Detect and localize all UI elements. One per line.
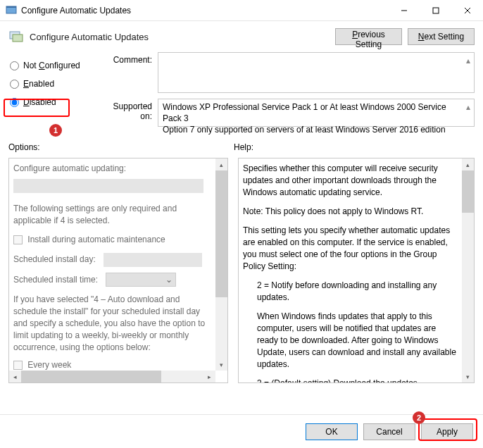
every-week-checkbox[interactable]	[13, 361, 23, 370]
cancel-button[interactable]: Cancel	[363, 423, 415, 440]
comment-input[interactable]: ▴	[158, 52, 475, 93]
supported-box: Windows XP Professional Service Pack 1 o…	[158, 99, 475, 127]
radio-not-configured-input[interactable]	[10, 61, 19, 70]
radio-enabled-input[interactable]	[10, 80, 19, 89]
scroll-right-icon[interactable]: ▸	[203, 371, 215, 382]
svg-rect-7	[13, 35, 23, 42]
scheduled-day-label: Scheduled install day:	[13, 254, 96, 264]
scroll-down-icon[interactable]: ▾	[215, 359, 227, 371]
radio-column: Not Configured Enabled Disabled	[8, 52, 100, 132]
section-labels: Options: Help:	[0, 132, 483, 155]
ok-button[interactable]: OK	[306, 423, 358, 440]
supported-scroll-up[interactable]: ▴	[464, 102, 472, 112]
scheduled-time-dropdown[interactable]: ⌄	[106, 273, 176, 287]
radio-enabled[interactable]: Enabled	[8, 75, 100, 93]
field-column: Comment: ▴ Supported on: Windows XP Prof…	[100, 52, 475, 132]
auto-download-text: If you have selected "4 – Auto download …	[13, 294, 211, 354]
supported-label: Supported on:	[100, 99, 158, 127]
help-body: Specifies whether this computer will rec…	[239, 158, 462, 382]
radio-disabled-input[interactable]	[10, 98, 19, 107]
supported-text: Windows XP Professional Service Pack 1 o…	[163, 102, 446, 135]
page-title: Configure Automatic Updates	[30, 32, 330, 42]
help-p4: 2 = Notify before downloading and instal…	[243, 280, 458, 304]
options-section-label: Options:	[8, 142, 234, 152]
annotation-badge-2: 2	[413, 411, 425, 424]
options-vscroll[interactable]: ▴ ▾	[215, 158, 227, 371]
header-row: Configure Automatic Updates Previous Set…	[0, 21, 483, 49]
scheduled-time-label: Scheduled install time:	[13, 275, 98, 285]
help-pane: Specifies whether this computer will rec…	[238, 158, 475, 383]
help-section-label: Help:	[234, 142, 475, 152]
options-vscroll-thumb[interactable]	[215, 170, 227, 297]
previous-setting-button[interactable]: Previous Setting	[335, 28, 402, 45]
options-body: Configure automatic updating: The follow…	[9, 158, 215, 371]
scheduled-day-dropdown[interactable]	[104, 253, 202, 267]
comment-scroll-up[interactable]: ▴	[464, 56, 472, 66]
options-hscroll[interactable]: ◂ ▸	[9, 371, 215, 382]
minimize-button[interactable]	[388, 0, 420, 21]
help-p6: 3 = (Default setting) Download the updat…	[243, 378, 458, 382]
help-vscroll[interactable]: ▴ ▾	[462, 158, 474, 382]
scroll-down-icon[interactable]: ▾	[462, 371, 474, 382]
options-hscroll-thumb[interactable]	[21, 371, 161, 382]
scroll-up-icon[interactable]: ▴	[462, 158, 474, 170]
options-pane: Configure automatic updating: The follow…	[8, 158, 228, 383]
configure-updating-dropdown[interactable]	[13, 179, 203, 193]
panes: Configure automatic updating: The follow…	[0, 155, 483, 383]
every-week-label: Every week	[27, 360, 71, 370]
comment-label: Comment:	[100, 52, 158, 93]
close-button[interactable]	[451, 0, 483, 21]
next-setting-button[interactable]: Next Setting	[408, 28, 475, 45]
maximize-button[interactable]	[420, 0, 451, 21]
install-maintenance-label: Install during automatic maintenance	[27, 235, 165, 244]
svg-rect-3	[433, 8, 439, 13]
required-settings-text: The following settings are only required…	[13, 203, 211, 227]
titlebar: Configure Automatic Updates	[0, 0, 483, 21]
install-maintenance-checkbox[interactable]	[13, 235, 23, 244]
scroll-up-icon[interactable]: ▴	[215, 158, 227, 170]
svg-rect-1	[6, 6, 16, 8]
apply-button[interactable]: Apply	[421, 423, 473, 440]
configure-updating-label: Configure automatic updating:	[13, 163, 211, 175]
window-title: Configure Automatic Updates	[21, 6, 388, 15]
policy-icon	[8, 29, 24, 44]
help-p1: Specifies whether this computer will rec…	[243, 163, 458, 199]
every-week-row[interactable]: Every week	[13, 359, 211, 371]
scroll-left-icon[interactable]: ◂	[9, 371, 21, 382]
footer: OK Cancel Apply	[0, 414, 483, 448]
install-maintenance-row[interactable]: Install during automatic maintenance	[13, 234, 211, 246]
help-p5: When Windows finds updates that apply to…	[243, 311, 458, 371]
config-area: Not Configured Enabled Disabled Comment:…	[0, 49, 483, 132]
radio-disabled[interactable]: Disabled	[8, 93, 100, 111]
app-icon	[6, 5, 17, 16]
help-vscroll-thumb[interactable]	[462, 170, 474, 213]
radio-not-configured[interactable]: Not Configured	[8, 56, 100, 75]
help-p3: This setting lets you specify whether au…	[243, 225, 458, 273]
help-p2: Note: This policy does not apply to Wind…	[243, 206, 458, 218]
annotation-badge-1: 1	[49, 124, 62, 137]
